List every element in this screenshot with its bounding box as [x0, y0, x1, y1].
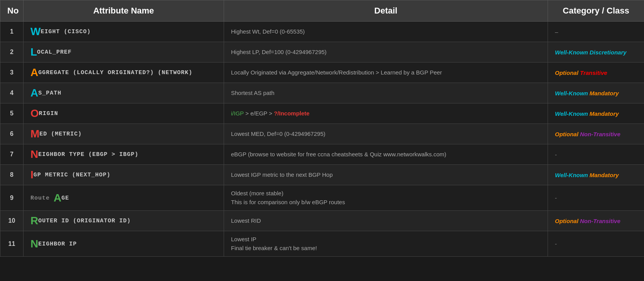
table-row: 11NEIGHBOR IPLowest IPFinal tie breaker …	[0, 231, 644, 257]
attr-name: ORIGIN	[24, 103, 224, 124]
attr-name: ROUTER ID (ORIGINATOR ID)	[24, 211, 224, 231]
attr-category: Well-Known Mandatory	[548, 83, 644, 103]
attr-detail: Shortest AS path	[224, 83, 548, 103]
table-row: 4AS_PATHShortest AS pathWell-Known Manda…	[0, 83, 644, 103]
attr-category: -	[548, 231, 644, 257]
row-number: 8	[0, 165, 24, 185]
attr-detail: Locally Originated via Aggregate/Network…	[224, 63, 548, 83]
row-number: 2	[0, 42, 24, 63]
table-row: 7NEIGHBOR Type (eBGP > iBGP)eBGP (browse…	[0, 144, 644, 165]
attr-name: AS_PATH	[24, 83, 224, 103]
row-number: 4	[0, 83, 24, 103]
row-number: 3	[0, 63, 24, 83]
attr-detail: Oldest (more stable)This is for comparis…	[224, 185, 548, 211]
attr-detail: Highest Wt, Def=0 (0-65535)	[224, 22, 548, 42]
header-attr: Attribute Name	[24, 0, 224, 22]
attr-name: AGGREGATE (Locally Originated?) (Network…	[24, 63, 224, 83]
attr-category: –	[548, 22, 644, 42]
header-cat: Category / Class	[548, 0, 644, 22]
attr-name: MED (Metric)	[24, 124, 224, 144]
table-row: 9Route AGEOldest (more stable)This is fo…	[0, 185, 644, 211]
attr-detail: eBGP (browse to website for free ccna ch…	[224, 144, 548, 165]
attr-name: NEIGHBOR Type (eBGP > iBGP)	[24, 144, 224, 165]
attr-category: -	[548, 185, 644, 211]
attr-detail: Lowest RID	[224, 211, 548, 231]
attr-detail: i/IGP > e/EGP > ?/Incomplete	[224, 103, 548, 124]
row-number: 7	[0, 144, 24, 165]
row-number: 5	[0, 103, 24, 124]
attr-name: IGP Metric (NEXT_HOP)	[24, 165, 224, 185]
attr-detail: Lowest IGP metric to the next BGP Hop	[224, 165, 548, 185]
attr-detail: Highest LP, Def=100 (0-4294967295)	[224, 42, 548, 63]
row-number: 9	[0, 185, 24, 211]
attr-detail: Lowest MED, Def=0 (0-4294967295)	[224, 124, 548, 144]
attr-name: Route AGE	[24, 185, 224, 211]
row-number: 6	[0, 124, 24, 144]
row-number: 10	[0, 211, 24, 231]
attr-category: Well-Known Discretionary	[548, 42, 644, 63]
header-no: No	[0, 0, 24, 22]
row-number: 1	[0, 22, 24, 42]
table-row: 2LOCAL_PREFHighest LP, Def=100 (0-429496…	[0, 42, 644, 63]
attr-category: Well-Known Mandatory	[548, 103, 644, 124]
attr-category: Well-Known Mandatory	[548, 165, 644, 185]
attr-category: Optional Non-Transitive	[548, 211, 644, 231]
attr-category: Optional Transitive	[548, 63, 644, 83]
table-row: 3AGGREGATE (Locally Originated?) (Networ…	[0, 63, 644, 83]
attr-detail: Lowest IPFinal tie breaker & can't be sa…	[224, 231, 548, 257]
attr-name: WEIGHT (Cisco)	[24, 22, 224, 42]
table-row: 6MED (Metric)Lowest MED, Def=0 (0-429496…	[0, 124, 644, 144]
table-row: 1WEIGHT (Cisco)Highest Wt, Def=0 (0-6553…	[0, 22, 644, 42]
attr-category: -	[548, 144, 644, 165]
header-detail: Detail	[224, 0, 548, 22]
attr-name: LOCAL_PREF	[24, 42, 224, 63]
table-row: 10ROUTER ID (ORIGINATOR ID)Lowest RIDOpt…	[0, 211, 644, 231]
attr-category: Optional Non-Transitive	[548, 124, 644, 144]
table-row: 8IGP Metric (NEXT_HOP)Lowest IGP metric …	[0, 165, 644, 185]
row-number: 11	[0, 231, 24, 257]
table-row: 5ORIGINi/IGP > e/EGP > ?/IncompleteWell-…	[0, 103, 644, 124]
attr-name: NEIGHBOR IP	[24, 231, 224, 257]
